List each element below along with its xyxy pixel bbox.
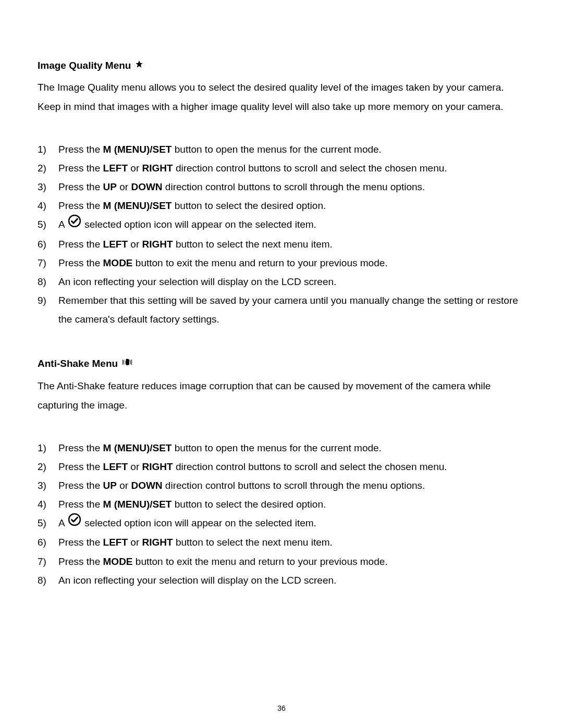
list-item: 2) Press the LEFT or RIGHT direction con…: [38, 458, 525, 476]
document-page: Image Quality Menu The Image Quality men…: [0, 0, 563, 728]
step-number: 3): [38, 178, 58, 196]
list-item: 6) Press the LEFT or RIGHT button to sel…: [38, 533, 525, 552]
list-item: 3) Press the UP or DOWN direction contro…: [38, 476, 525, 495]
step-content: Press the LEFT or RIGHT button to select…: [58, 533, 525, 552]
step-number: 3): [38, 476, 58, 495]
step-number: 2): [38, 458, 58, 476]
page-number: 36: [0, 704, 563, 712]
list-item: 7) Press the MODE button to exit the men…: [38, 552, 525, 571]
list-item: 8) An icon reflecting your selection wil…: [38, 273, 525, 291]
list-item: 1) Press the M (MENU)/SET button to open…: [38, 439, 525, 458]
step-content: An icon reflecting your selection will d…: [58, 273, 525, 291]
step-content: Press the LEFT or RIGHT direction contro…: [58, 159, 525, 178]
step-content: Press the UP or DOWN direction control b…: [58, 178, 525, 196]
star-icon: [135, 60, 143, 71]
svg-marker-0: [136, 60, 143, 67]
step-number: 1): [38, 439, 58, 458]
step-number: 9): [38, 291, 58, 310]
step-content: Press the M (MENU)/SET button to open th…: [58, 140, 525, 159]
step-content: Remember that this setting will be saved…: [58, 291, 525, 329]
step-content: Press the M (MENU)/SET button to open th…: [58, 439, 525, 458]
step-number: 7): [38, 552, 58, 571]
step-number: 6): [38, 235, 58, 254]
list-item: 1) Press the M (MENU)/SET button to open…: [38, 140, 525, 159]
list-item: 2) Press the LEFT or RIGHT direction con…: [38, 159, 525, 178]
anti-shake-icon: [122, 357, 132, 369]
step-number: 6): [38, 533, 58, 552]
checkmark-icon: [68, 215, 81, 233]
list-item: 4) Press the M (MENU)/SET button to sele…: [38, 495, 525, 514]
intro-paragraph: The Anti-Shake feature reduces image cor…: [38, 376, 525, 415]
step-number: 4): [38, 196, 58, 215]
step-content: Press the M (MENU)/SET button to select …: [58, 495, 525, 514]
heading-text: Anti-Shake Menu: [38, 358, 118, 369]
step-content: Press the LEFT or RIGHT button to select…: [58, 235, 525, 254]
step-number: 8): [38, 571, 58, 590]
step-content: Press the LEFT or RIGHT direction contro…: [58, 458, 525, 476]
step-number: 7): [38, 254, 58, 273]
steps-list-anti-shake: 1) Press the M (MENU)/SET button to open…: [38, 439, 525, 590]
checkmark-icon: [68, 513, 81, 532]
list-item: 9) Remember that this setting will be sa…: [38, 291, 525, 329]
list-item: 3) Press the UP or DOWN direction contro…: [38, 178, 525, 196]
step-content: A selected option icon will appear on th…: [58, 514, 525, 533]
list-item: 4) Press the M (MENU)/SET button to sele…: [38, 196, 525, 215]
intro-paragraph: The Image Quality menu allows you to sel…: [38, 78, 525, 116]
step-number: 5): [38, 514, 58, 533]
step-content: Press the MODE button to exit the menu a…: [58, 552, 525, 571]
step-number: 2): [38, 159, 58, 178]
steps-list-image-quality: 1) Press the M (MENU)/SET button to open…: [38, 140, 525, 329]
step-number: 1): [38, 140, 58, 159]
step-content: Press the UP or DOWN direction control b…: [58, 476, 525, 495]
list-item: 5) A selected option icon will appear on…: [38, 514, 525, 533]
step-content: A selected option icon will appear on th…: [58, 215, 525, 235]
section-heading-anti-shake: Anti-Shake Menu: [38, 358, 525, 370]
step-number: 4): [38, 495, 58, 514]
step-content: Press the MODE button to exit the menu a…: [58, 254, 525, 273]
step-number: 5): [38, 215, 58, 234]
list-item: 8) An icon reflecting your selection wil…: [38, 571, 525, 590]
step-number: 8): [38, 273, 58, 291]
step-content: Press the M (MENU)/SET button to select …: [58, 196, 525, 215]
step-content: An icon reflecting your selection will d…: [58, 571, 525, 590]
list-item: 6) Press the LEFT or RIGHT button to sel…: [38, 235, 525, 254]
heading-text: Image Quality Menu: [38, 60, 131, 71]
section-heading-image-quality: Image Quality Menu: [38, 60, 525, 71]
list-item: 5) A selected option icon will appear on…: [38, 215, 525, 235]
list-item: 7) Press the MODE button to exit the men…: [38, 254, 525, 273]
